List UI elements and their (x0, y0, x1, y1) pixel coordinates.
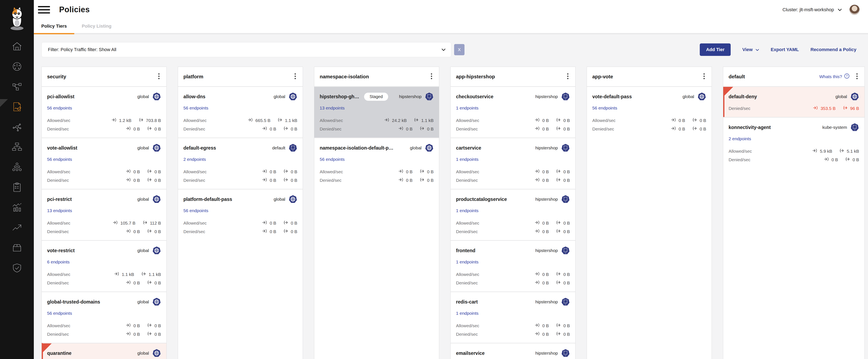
policy-traffic-filter-dropdown[interactable]: Filter: Policy Traffic filter: Show All (41, 42, 451, 57)
policy-card[interactable]: vote-allowlistglobal56 endpointsAllowed/… (42, 138, 166, 189)
ingress-metric: 1.1 kB (114, 272, 134, 277)
egress-metric: 0 B (147, 280, 161, 286)
endpoints-link[interactable]: 56 endpoints (320, 157, 345, 162)
policy-card[interactable]: quarantineglobal0 endpoints (42, 343, 166, 359)
policy-card[interactable]: vote-default-passglobal56 endpointsAllow… (587, 87, 712, 138)
hub-network-icon (11, 121, 23, 134)
denied-label: Denied/sec (47, 178, 69, 183)
svg-text:ns: ns (565, 98, 566, 100)
policy-card[interactable]: pci-allowlistglobal56 endpointsAllowed/s… (42, 87, 166, 138)
egress-value: 0 B (427, 169, 434, 174)
sidebar-item-shield-check[interactable] (0, 258, 34, 278)
clear-filter-button[interactable]: X (454, 44, 465, 55)
sidebar-item-nodes-link[interactable] (0, 77, 34, 97)
tier-menu-kebab-icon[interactable] (157, 72, 161, 81)
sidebar-item-bar-trend[interactable] (0, 198, 34, 218)
egress-metric: 0 B (556, 229, 570, 234)
sidebar-item-clipboard[interactable] (0, 177, 34, 198)
cluster-selector[interactable]: Cluster: jlt-msft-workshop (782, 7, 842, 12)
namespace-scope-icon: ns (561, 143, 570, 152)
ingress-metric: 0 B (535, 331, 549, 337)
sidebar-item-hub-network[interactable] (0, 117, 34, 137)
scope-label: hipstershop (535, 197, 558, 202)
policy-card-header: default-egressdefaultns (183, 143, 297, 152)
sidebar-item-package[interactable] (0, 238, 34, 258)
sidebar-item-cluster-dots[interactable] (0, 158, 34, 177)
tier-menu-kebab-icon[interactable] (429, 72, 434, 81)
user-avatar[interactable] (849, 5, 860, 15)
endpoints-link[interactable]: 1 endpoints (456, 311, 478, 316)
endpoints-link[interactable]: 13 endpoints (320, 106, 345, 111)
policy-card[interactable]: hipstershop-gh…Stagedhipstershopns13 end… (314, 87, 439, 138)
policy-scope: hipstershopns (535, 143, 570, 152)
ingress-arrow-icon (262, 126, 268, 132)
egress-value: 0 B (427, 127, 434, 132)
metric-values: 0 B0 B (399, 169, 434, 174)
tier-name: platform (183, 74, 203, 80)
policy-card[interactable]: checkoutservicehipstershopns1 endpointsA… (451, 87, 575, 138)
policy-card[interactable]: platform-default-passglobal56 endpointsA… (178, 189, 303, 240)
egress-metric: 1.1 kB (414, 118, 434, 123)
policy-scope: hipstershopns (535, 349, 570, 358)
egress-metric: 0 B (692, 126, 706, 132)
policy-card[interactable]: cartservicehipstershopns1 endpointsAllow… (451, 138, 575, 189)
tier-menu-kebab-icon[interactable] (855, 72, 859, 81)
sidebar-item-house[interactable] (0, 36, 34, 57)
policy-card[interactable]: konnectivity-agentkube-systemns2 endpoin… (723, 117, 865, 168)
sidebar-item-policy-edit[interactable] (0, 97, 34, 117)
policy-card[interactable]: emailservicehipstershopns1 endpointsAllo… (451, 343, 575, 359)
namespace-scope-icon: ns (561, 349, 570, 358)
ingress-metric: 24.2 kB (384, 118, 407, 123)
policy-card[interactable]: global-trusted-domainsglobal56 endpoints… (42, 292, 166, 343)
endpoints-link[interactable]: 56 endpoints (592, 106, 617, 111)
endpoints-link[interactable]: 6 endpoints (47, 259, 70, 265)
policy-card[interactable]: vote-restrictglobal6 endpointsAllowed/se… (42, 240, 166, 292)
tier-menu-kebab-icon[interactable] (702, 72, 706, 81)
endpoints-link[interactable]: 56 endpoints (183, 106, 208, 111)
policy-card[interactable]: namespace-isolation-default-p…global56 e… (314, 138, 439, 189)
hamburger-menu-icon[interactable] (38, 6, 50, 13)
endpoints-link[interactable]: 56 endpoints (47, 106, 72, 111)
endpoints-link[interactable]: 1 endpoints (456, 157, 478, 162)
endpoints-link[interactable]: 56 endpoints (47, 311, 72, 316)
tab-policy-listing[interactable]: Policy Listing (74, 19, 119, 34)
policy-card[interactable]: redis-carthipstershopns1 endpointsAllowe… (451, 292, 575, 343)
ingress-metric: 0 B (824, 157, 838, 163)
egress-metric: 0 B (556, 169, 570, 174)
scope-label: hipstershop (535, 351, 558, 356)
recommend-policy-button[interactable]: Recommend a Policy (810, 47, 857, 52)
endpoints-link[interactable]: 13 endpoints (47, 208, 72, 213)
tier-menu-kebab-icon[interactable] (566, 72, 570, 81)
endpoints-link[interactable]: 2 endpoints (728, 136, 751, 141)
ingress-arrow-icon (824, 157, 829, 163)
policy-card[interactable]: default-denyglobalDenied/sec353.5 B96 B (723, 87, 865, 117)
egress-metric: 0 B (147, 331, 161, 337)
whats-this-link[interactable]: Whats this?? (819, 73, 849, 80)
view-dropdown[interactable]: View (742, 47, 759, 52)
endpoints-link[interactable]: 1 endpoints (456, 259, 478, 265)
ingress-arrow-icon (399, 126, 404, 132)
endpoints-link[interactable]: 2 endpoints (183, 157, 206, 162)
export-yaml-button[interactable]: Export YAML (771, 47, 799, 52)
policy-card[interactable]: default-egressdefaultns2 endpointsAllowe… (178, 138, 303, 189)
policy-card[interactable]: pci-restrictglobal13 endpointsAllowed/se… (42, 189, 166, 240)
endpoints-link[interactable]: 1 endpoints (456, 106, 478, 111)
allowed-label: Allowed/sec (183, 221, 207, 226)
policy-card[interactable]: allow-dnsglobal56 endpointsAllowed/sec66… (178, 87, 303, 138)
policy-card[interactable]: productcatalogservicehipstershopns1 endp… (451, 189, 575, 240)
metric-values: 665.5 B1.1 kB (248, 118, 297, 123)
endpoints-link[interactable]: 56 endpoints (47, 157, 72, 162)
org-chart-icon (11, 141, 23, 154)
add-tier-button[interactable]: Add Tier (700, 44, 731, 56)
sidebar-item-trend-arrow[interactable] (0, 218, 34, 238)
egress-value: 0 B (154, 169, 161, 174)
policy-card[interactable]: frontendhipstershopns1 endpointsAllowed/… (451, 240, 575, 292)
tab-policy-tiers[interactable]: Policy Tiers (34, 19, 74, 34)
tier-menu-kebab-icon[interactable] (293, 72, 297, 81)
egress-metric: 0 B (283, 177, 297, 183)
endpoints-link[interactable]: 1 endpoints (456, 208, 478, 213)
sidebar-item-gauge[interactable] (0, 57, 34, 77)
endpoints-link[interactable]: 56 endpoints (183, 208, 208, 213)
policy-name: namespace-isolation-default-p… (320, 145, 393, 151)
sidebar-item-org-chart[interactable] (0, 137, 34, 158)
